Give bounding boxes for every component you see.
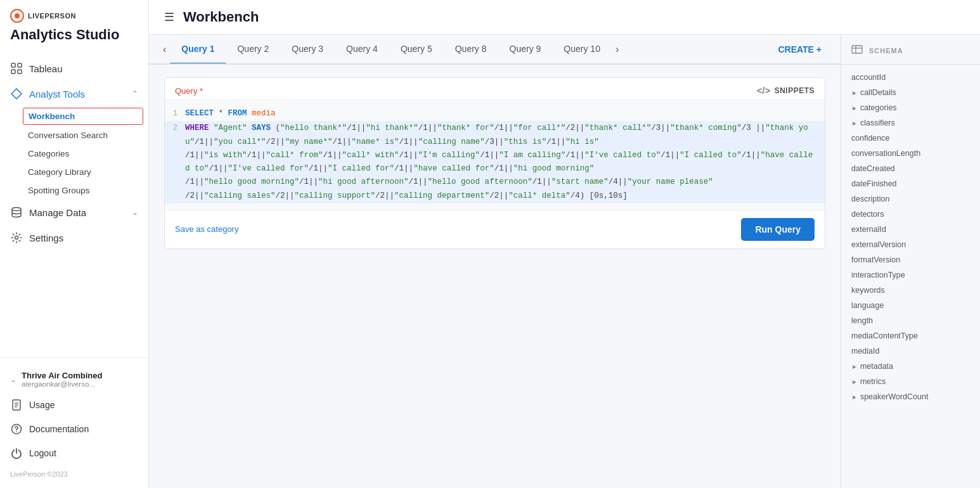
schema-item-confidence[interactable]: confidence [841,131,980,146]
schema-datefinished-label: dateFinished [851,179,897,188]
sidebar-item-categories[interactable]: Categories [0,144,148,163]
tab-query3[interactable]: Query 3 [280,35,335,65]
sidebar-item-usage[interactable]: Usage [0,393,148,417]
sidebar-item-spotting-groups[interactable]: Spotting Groups [0,181,148,200]
sidebar-item-documentation[interactable]: Documentation [0,417,148,441]
code-content-2: WHERE "Agent" SAYS ("hello thank*"/1||"h… [185,122,825,203]
sidebar: LIVEPERSON Analytics Studio Tableau [0,0,149,488]
tab-query4[interactable]: Query 4 [335,35,389,65]
schema-item-length[interactable]: length [841,313,980,328]
tab-query2[interactable]: Query 2 [226,35,280,65]
schema-item-interactiontype[interactable]: interactionType [841,267,980,283]
account-info: Thrive Air Combined atergaonkar@liverso.… [22,371,102,388]
create-tab-button[interactable]: CREATE + [769,38,830,61]
schema-item-externalid[interactable]: externalId [841,222,980,237]
schema-conversationlength-label: conversationLength [851,149,920,158]
editor-header: Query * </> SNIPPETS [165,78,825,100]
copyright-text: LivePerson ©2023 [0,465,148,483]
tabs-prev-button[interactable]: ‹ [159,36,170,63]
code-slash-icon: </> [757,86,771,96]
schema-item-speakerwordcount[interactable]: ► speakerWordCount [841,389,980,404]
file-icon [10,399,23,411]
liveperson-text: LIVEPERSON [28,12,76,20]
schema-calldetails-label: callDetails [860,88,896,97]
code-editor[interactable]: 1 SELECT * FROM media 2 WHERE "Agent" SA… [165,100,825,210]
svg-rect-0 [11,63,15,67]
schema-item-calldetails[interactable]: ► callDetails [841,85,980,100]
schema-classifiers-label: classifiers [860,119,895,127]
settings-label: Settings [29,233,63,243]
schema-table-icon [851,45,863,56]
schema-item-datefinished[interactable]: dateFinished [841,176,980,191]
sidebar-item-settings[interactable]: Settings [0,225,148,250]
sidebar-item-analyst-tools[interactable]: Analyst Tools ⌃ [0,81,148,106]
schema-item-accountid[interactable]: accountId [841,70,980,85]
editor-area: Query * </> SNIPPETS 1 SELECT * FROM med… [149,65,841,488]
sidebar-item-manage-data[interactable]: Manage Data ⌄ [0,200,148,225]
hamburger-icon[interactable]: ☰ [164,10,174,24]
tab-query1[interactable]: Query 1 [170,35,226,65]
schema-description-label: description [851,195,889,203]
sidebar-item-category-library[interactable]: Category Library [0,163,148,181]
code-content-1: SELECT * FROM media [185,107,825,120]
schema-metrics-label: metrics [860,377,886,386]
circle-question-icon [10,423,23,435]
power-icon [10,447,23,459]
account-section[interactable]: ⌄ Thrive Air Combined atergaonkar@livers… [0,366,148,393]
logo-circle-icon [10,9,24,23]
tab-query9[interactable]: Query 9 [498,35,553,65]
schema-externalid-label: externalId [851,225,886,234]
schema-item-formatversion[interactable]: formatVersion [841,252,980,267]
database-icon [10,206,23,219]
snippets-label: SNIPPETS [775,86,815,95]
sidebar-item-tableau[interactable]: Tableau [0,56,148,81]
schema-item-language[interactable]: language [841,298,980,313]
line-number-2: 2 [165,122,185,134]
diamond-icon [10,87,23,100]
query-label-text: Query [175,86,197,96]
run-query-button[interactable]: Run Query [741,218,815,241]
sidebar-item-logout[interactable]: Logout [0,441,148,465]
account-name: Thrive Air Combined [22,371,102,380]
snippets-button[interactable]: </> SNIPPETS [757,86,815,96]
svg-point-5 [12,208,21,211]
schema-item-classifiers[interactable]: ► classifiers [841,115,980,131]
schema-item-description[interactable]: description [841,191,980,207]
query-panel: ‹ Query 1 Query 2 Query 3 Query 4 Query … [149,35,841,488]
top-bar: ☰ Workbench [149,0,980,35]
schema-item-metrics[interactable]: ► metrics [841,374,980,389]
schema-item-datecreated[interactable]: dateCreated [841,161,980,176]
main-content: ☰ Workbench ‹ Query 1 Query 2 Query 3 Qu… [149,0,980,488]
schema-panel: SCHEMA accountId ► callDetails ► categor… [841,35,980,488]
app-title: Analytics Studio [10,25,138,51]
tab-query8[interactable]: Query 8 [444,35,498,65]
tab-query10[interactable]: Query 10 [552,35,612,65]
schema-item-externalversion[interactable]: externalVersion [841,237,980,252]
tabs-next-button[interactable]: › [612,36,622,63]
svg-rect-3 [18,70,22,74]
tab-query5[interactable]: Query 5 [389,35,444,65]
schema-accountid-label: accountId [851,73,886,82]
sidebar-item-workbench[interactable]: Workbench [23,108,143,125]
chevron-down-icon: ⌄ [132,208,138,217]
expand-icon: ► [851,89,858,96]
query-tabs: ‹ Query 1 Query 2 Query 3 Query 4 Query … [149,35,841,65]
gear-icon [10,231,23,244]
schema-language-label: language [851,301,884,310]
expand-icon: ► [851,105,858,112]
sidebar-item-conversation-search[interactable]: Conversation Search [0,126,148,144]
schema-item-mediacontenttype[interactable]: mediaContentType [841,328,980,344]
schema-header: SCHEMA [841,45,980,65]
schema-categories-label: categories [860,103,897,112]
schema-item-mediaid[interactable]: mediaId [841,344,980,359]
schema-item-categories[interactable]: ► categories [841,100,980,115]
schema-mediaid-label: mediaId [851,347,879,356]
schema-item-conversationlength[interactable]: conversationLength [841,146,980,161]
schema-keywords-label: keywords [851,286,885,295]
save-as-category-button[interactable]: Save as category [175,224,238,234]
schema-item-keywords[interactable]: keywords [841,283,980,298]
schema-item-detectors[interactable]: detectors [841,207,980,222]
svg-point-6 [15,236,18,240]
schema-item-metadata[interactable]: ► metadata [841,359,980,374]
svg-marker-4 [11,89,22,99]
